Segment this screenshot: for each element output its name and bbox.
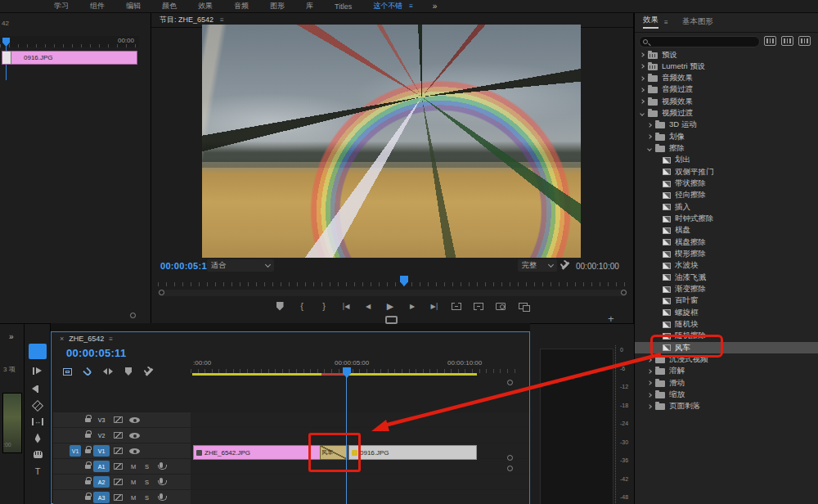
voiceover-mic-icon[interactable]: [160, 493, 163, 499]
effect-item-19[interactable]: 油漆飞溅: [635, 272, 818, 283]
chevron-down-icon[interactable]: [640, 111, 645, 116]
source-patch-v1[interactable]: V1: [70, 445, 81, 457]
scrollbar-knob[interactable]: [507, 466, 513, 471]
track-header-a3[interactable]: A3MS: [53, 490, 191, 504]
effects-search-box[interactable]: [639, 36, 760, 47]
effect-bin-5[interactable]: 视频过渡: [635, 108, 818, 119]
mark-in-button[interactable]: {: [296, 300, 308, 312]
timeline-playhead[interactable]: [343, 367, 351, 378]
timeline-vertical-scrollbar[interactable]: [506, 375, 515, 481]
mute-button[interactable]: M: [131, 494, 136, 502]
track-header-a1[interactable]: A1MS: [53, 459, 191, 474]
effect-item-13[interactable]: 插入: [635, 201, 818, 213]
effect-bin-29[interactable]: 缩放: [635, 389, 818, 401]
effect-bin-2[interactable]: 音频效果: [635, 73, 818, 84]
slip-tool[interactable]: ↔: [29, 414, 47, 430]
effect-item-18[interactable]: 水波块: [635, 260, 818, 272]
track-header-v3[interactable]: V3: [53, 412, 191, 427]
sync-lock-icon[interactable]: [114, 432, 123, 439]
comparison-view-button[interactable]: [517, 300, 528, 312]
program-timecode[interactable]: 00:00:05:11: [160, 261, 212, 271]
workspace-tab-7[interactable]: 库: [306, 1, 313, 11]
lock-icon[interactable]: [85, 434, 91, 438]
timeline-timecode[interactable]: 00:00:05:11: [66, 347, 126, 359]
mini-horizontal-scrollbar[interactable]: [0, 313, 139, 319]
nest-sequence-icon[interactable]: [63, 368, 72, 376]
solo-button[interactable]: S: [145, 479, 149, 486]
timeline-tab[interactable]: × ZHE_6542 ≡: [60, 335, 113, 343]
clip-0916[interactable]: 0916.JPG: [348, 445, 477, 460]
panel-tab-partial[interactable]: 42: [2, 20, 9, 27]
playback-resolution-dropdown[interactable]: 完整: [518, 259, 557, 272]
go-to-in-button[interactable]: |◀: [340, 300, 352, 312]
scrollbar-knob[interactable]: [507, 455, 513, 461]
track-header-a2[interactable]: A2MS: [53, 475, 191, 489]
chevron-right-icon[interactable]: [640, 99, 645, 104]
effect-item-9[interactable]: 划出: [635, 155, 818, 166]
lock-icon[interactable]: [85, 480, 91, 484]
export-frame-button[interactable]: [495, 300, 506, 312]
workspace-overflow-chevron-icon[interactable]: »: [433, 2, 437, 11]
effect-item-15[interactable]: 棋盘: [635, 225, 818, 236]
snap-magnet-icon[interactable]: [83, 367, 92, 376]
effect-bin-0[interactable]: 预设: [635, 49, 818, 61]
add-marker-icon[interactable]: [125, 367, 132, 376]
loop-playback-icon[interactable]: [385, 316, 398, 324]
effect-item-14[interactable]: 时钟式擦除: [635, 214, 818, 225]
pen-tool[interactable]: [29, 430, 47, 446]
effect-bin-6[interactable]: 3D 运动: [635, 119, 818, 131]
chevron-right-icon[interactable]: [647, 123, 652, 128]
effect-item-10[interactable]: 双侧平推门: [635, 166, 818, 178]
effect-item-17[interactable]: 楔形擦除: [635, 249, 818, 260]
tab-essential-graphics[interactable]: 基本图形: [682, 16, 713, 29]
add-marker-button[interactable]: [274, 300, 285, 312]
chevron-right-icon[interactable]: [647, 358, 652, 362]
workspace-tab-8[interactable]: Titles: [335, 2, 352, 11]
voiceover-mic-icon[interactable]: [160, 462, 163, 468]
track-target-a1[interactable]: A1: [93, 461, 110, 472]
chevron-right-icon[interactable]: [647, 134, 652, 139]
solo-button[interactable]: S: [145, 494, 149, 502]
panel-menu-icon[interactable]: ≡: [220, 16, 224, 24]
effect-bin-1[interactable]: Lumetri 预设: [635, 61, 818, 72]
clip-left-handle[interactable]: [2, 52, 11, 64]
sync-lock-icon[interactable]: [114, 448, 123, 454]
effect-item-21[interactable]: 百叶窗: [635, 295, 818, 307]
lock-icon[interactable]: [85, 496, 91, 500]
extract-button[interactable]: [473, 300, 484, 312]
chevron-right-icon[interactable]: [647, 380, 652, 385]
scrollbar-knob[interactable]: [130, 313, 136, 318]
effect-bin-7[interactable]: 划像: [635, 131, 818, 142]
effect-bin-3[interactable]: 音频过渡: [635, 84, 818, 96]
razor-tool[interactable]: [29, 398, 47, 413]
clip-zhe-6542[interactable]: ZHE_6542.JPG: [193, 445, 321, 460]
mute-button[interactable]: M: [131, 479, 136, 486]
chevron-right-icon[interactable]: [647, 404, 652, 409]
mark-out-button[interactable]: }: [318, 300, 330, 312]
effect-bin-8[interactable]: 擦除: [635, 143, 818, 155]
track-output-eye-icon[interactable]: [129, 448, 140, 454]
track-target-a2[interactable]: A2: [93, 476, 110, 488]
effect-item-16[interactable]: 棋盘擦除: [635, 236, 818, 248]
effect-bin-4[interactable]: 视频效果: [635, 96, 818, 107]
workspace-menu-icon[interactable]: ≡: [409, 2, 413, 10]
step-forward-button[interactable]: ▶: [407, 300, 418, 312]
workspace-tab-2[interactable]: 编辑: [126, 1, 141, 11]
workspace-tab-5[interactable]: 音频: [234, 1, 249, 11]
scrollbar-knob-left[interactable]: [159, 290, 164, 295]
lock-icon[interactable]: [85, 418, 91, 422]
sync-lock-icon[interactable]: [114, 494, 123, 501]
chevron-right-icon[interactable]: [640, 88, 645, 92]
track-target-v1[interactable]: V1: [93, 445, 110, 457]
sync-lock-icon[interactable]: [114, 416, 123, 423]
timeline-ruler[interactable]: :00:00 00:00:05:00 00:00:10:00: [191, 357, 518, 373]
chevron-right-icon[interactable]: [647, 393, 652, 398]
play-button[interactable]: ▶: [384, 300, 396, 312]
program-scrollbar[interactable]: [158, 290, 627, 296]
panel-menu-icon[interactable]: ≡: [109, 335, 113, 343]
effect-item-20[interactable]: 渐变擦除: [635, 284, 818, 295]
solo-button[interactable]: S: [145, 463, 149, 470]
expand-panel-chevron-icon[interactable]: »: [9, 332, 13, 341]
mini-time-ruler[interactable]: 00:00: [0, 36, 139, 47]
workspace-tab-6[interactable]: 图形: [270, 1, 285, 11]
